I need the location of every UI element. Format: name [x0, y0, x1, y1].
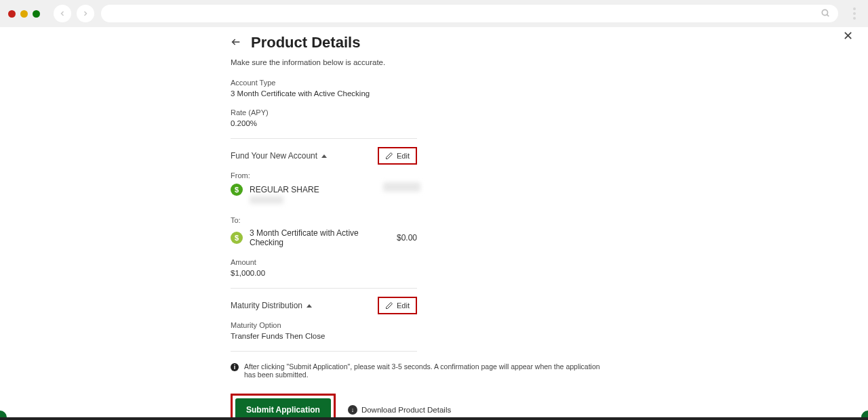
info-message-row: i After clicking "Submit Application", p…	[231, 362, 610, 379]
chevron-up-icon	[321, 154, 327, 158]
edit-fund-highlight: Edit	[378, 147, 417, 165]
maturity-section-title[interactable]: Maturity Distribution	[231, 301, 312, 310]
to-label: To:	[231, 216, 665, 224]
fund-title-text: Fund Your New Account	[231, 151, 317, 161]
pencil-icon	[385, 152, 393, 160]
to-account-balance: $0.00	[397, 233, 417, 243]
edit-maturity-label: Edit	[397, 301, 410, 310]
account-type-value: 3 Month Certificate with Active Checking	[231, 89, 665, 98]
edit-fund-button[interactable]: Edit	[381, 150, 414, 162]
search-icon	[821, 8, 830, 20]
edit-maturity-button[interactable]: Edit	[381, 299, 414, 312]
info-message-text: After clicking "Submit Application", ple…	[244, 362, 610, 379]
window-close-icon[interactable]	[8, 10, 16, 18]
download-icon: ↓	[348, 405, 357, 415]
nav-buttons	[54, 5, 94, 22]
download-product-details-link[interactable]: ↓ Download Product Details	[348, 405, 451, 415]
back-arrow-icon[interactable]	[231, 37, 241, 51]
rate-value: 0.200%	[231, 119, 665, 127]
browser-toolbar	[0, 0, 868, 27]
from-account-row: $ REGULAR SHARE	[231, 184, 417, 196]
maturity-title-text: Maturity Distribution	[231, 301, 302, 310]
rate-label: Rate (APY)	[231, 108, 665, 117]
nav-forward-button[interactable]	[77, 5, 94, 22]
maturity-option-label: Maturity Option	[231, 321, 665, 329]
fund-section-title[interactable]: Fund Your New Account	[231, 151, 327, 161]
from-label: From:	[231, 171, 665, 180]
nav-back-button[interactable]	[54, 5, 71, 22]
chevron-up-icon	[307, 304, 312, 308]
to-account-row: $ 3 Month Certificate with Active Checki…	[231, 228, 417, 247]
window-controls	[8, 10, 40, 18]
maturity-option-value: Transfer Funds Then Close	[231, 332, 665, 340]
window-maximize-icon[interactable]	[33, 10, 40, 18]
page-title: Product Details	[251, 34, 360, 51]
info-icon: i	[231, 363, 239, 371]
window-minimize-icon[interactable]	[20, 10, 28, 18]
download-link-label: Download Product Details	[361, 406, 451, 414]
dollar-icon: $	[231, 184, 243, 196]
divider	[231, 138, 417, 139]
edit-maturity-highlight: Edit	[378, 297, 417, 314]
address-bar[interactable]	[101, 5, 838, 22]
dollar-icon: $	[231, 232, 243, 244]
account-type-label: Account Type	[231, 79, 665, 87]
divider	[231, 288, 417, 289]
redacted-account-number	[250, 196, 283, 204]
page-subtitle: Make sure the information below is accur…	[231, 58, 665, 66]
browser-menu-icon[interactable]	[849, 7, 860, 20]
close-icon[interactable]: ✕	[843, 28, 853, 43]
svg-line-1	[827, 14, 829, 16]
amount-label: Amount	[231, 258, 665, 266]
submit-highlight: Submit Application	[231, 394, 336, 420]
edit-fund-label: Edit	[397, 152, 410, 160]
bottom-border	[0, 417, 868, 420]
svg-point-0	[822, 9, 827, 15]
amount-value: $1,000.00	[231, 269, 665, 277]
to-account-name: 3 Month Certificate with Active Checking	[250, 228, 390, 247]
redacted-balance	[383, 182, 420, 192]
divider	[231, 351, 417, 352]
pencil-icon	[385, 301, 393, 310]
